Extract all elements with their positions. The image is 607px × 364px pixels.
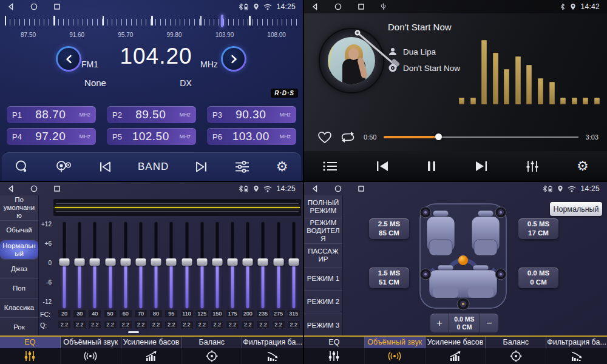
back-icon[interactable] [311, 185, 319, 192]
tab-bass-boost[interactable]: Усиление басов [426, 337, 486, 364]
slider-knob[interactable] [135, 258, 146, 266]
tune-up-button[interactable] [221, 46, 246, 72]
slider-knob[interactable] [273, 258, 283, 266]
slider-knob[interactable] [75, 258, 85, 266]
eq-band-slider[interactable] [149, 218, 163, 309]
slider-track-upper [93, 222, 97, 262]
tab-balance[interactable]: Баланс [486, 337, 546, 364]
settings-gear-icon[interactable]: ⚙ [577, 160, 589, 173]
sidebar-list-item[interactable]: Поп [0, 279, 38, 298]
sidebar-list-item[interactable]: РЕЖИМ 3 [304, 314, 342, 337]
broadcast-icon[interactable] [55, 160, 72, 174]
eq-band-slider[interactable] [287, 218, 300, 309]
tab-balance[interactable]: Баланс [181, 337, 242, 364]
slider-knob[interactable] [166, 258, 177, 266]
slider-knob[interactable] [105, 258, 115, 266]
eq-band-slider[interactable] [195, 218, 209, 309]
back-icon[interactable] [7, 3, 15, 10]
slider-knob[interactable] [288, 258, 299, 266]
sidebar-list-item[interactable]: Обычай [0, 221, 38, 240]
slider-knob[interactable] [181, 258, 192, 266]
eq-band-slider[interactable] [104, 218, 117, 309]
sidebar-list-item[interactable]: Классика [0, 298, 38, 318]
tuner-settings-sliders-icon[interactable] [234, 160, 250, 174]
tab-eq[interactable]: EQ [304, 337, 365, 364]
sidebar-list-item[interactable]: РЕЖИМ 2 [304, 291, 342, 314]
slider-knob[interactable] [258, 258, 268, 266]
radio-preset-button[interactable]: P3 90.30 MHz [207, 106, 296, 123]
slider-track-upper [262, 222, 265, 262]
eq-band-slider[interactable] [164, 218, 178, 309]
playlist-icon[interactable] [322, 160, 338, 172]
next-icon[interactable] [195, 161, 208, 172]
next-track-icon[interactable] [474, 160, 489, 172]
radio-preset-button[interactable]: P4 97.20 MHz [7, 128, 96, 145]
sidebar-list-item[interactable]: Джаз [0, 260, 38, 279]
eq-band-slider[interactable] [58, 218, 71, 309]
eq-band-slider[interactable] [256, 218, 270, 309]
sidebar-list-item[interactable]: РЕЖИМ 1 [304, 268, 342, 291]
eq-band-slider[interactable] [180, 218, 194, 309]
radio-preset-button[interactable]: P6 103.00 MHz [207, 128, 296, 145]
settings-gear-icon[interactable]: ⚙ [276, 160, 288, 174]
tab-surround-sound[interactable]: Объёмный звук [365, 337, 426, 364]
radio-preset-button[interactable]: P5 102.50 MHz [107, 128, 196, 145]
back-icon[interactable] [7, 185, 15, 192]
slider-knob[interactable] [212, 258, 222, 266]
tab-eq[interactable]: EQ [0, 337, 61, 364]
tab-filter[interactable]: Фильтрация ба... [546, 337, 607, 364]
tab-bass-boost[interactable]: Усиление басов [121, 337, 182, 364]
sidebar-list-item[interactable]: Рок [0, 318, 38, 337]
eq-band-slider[interactable] [88, 218, 101, 309]
seek-knob[interactable] [435, 133, 442, 140]
sidebar-list-item[interactable]: РЕЖИМ ВОДИТЕЛЯ [304, 218, 342, 244]
slider-knob[interactable] [197, 258, 207, 266]
q-row-label: Q: [40, 322, 47, 329]
scan-icon[interactable] [15, 160, 29, 174]
sidebar-list-item[interactable]: ПОЛНЫЙ РЕЖИМ [304, 195, 342, 218]
slider-knob[interactable] [228, 258, 238, 266]
slider-track-lower [170, 262, 173, 308]
favorite-heart-icon[interactable] [317, 131, 332, 144]
tab-surround-sound[interactable]: Объёмный звук [61, 337, 121, 364]
home-icon[interactable] [30, 3, 38, 10]
eq-band-slider[interactable] [134, 218, 148, 309]
home-icon[interactable] [334, 185, 342, 192]
increase-delay-button[interactable]: + [430, 314, 449, 332]
sound-preset-button[interactable]: Нормальный [550, 202, 602, 216]
eq-band-slider[interactable] [226, 218, 239, 309]
eq-band-slider[interactable] [73, 218, 86, 309]
current-frequency: 104.20 [110, 44, 202, 69]
previous-track-icon[interactable] [375, 160, 390, 172]
equalizer-sliders-icon[interactable] [525, 160, 540, 173]
sidebar-list-item[interactable]: По умолчанию [0, 195, 38, 221]
seek-bar[interactable] [384, 133, 578, 141]
slider-knob[interactable] [243, 258, 253, 266]
tune-down-button[interactable] [56, 46, 81, 72]
back-icon[interactable] [311, 3, 319, 10]
frequency-scale[interactable]: 87.5091.60 95.7099.80 103.90108.00 [0, 15, 303, 38]
tab-filter[interactable]: Фильтрация ба... [242, 337, 303, 364]
slider-knob[interactable] [59, 258, 70, 266]
radio-preset-button[interactable]: P1 88.70 MHz [7, 106, 96, 123]
recents-icon[interactable] [53, 185, 61, 192]
sidebar-list-item[interactable]: Нормальный [0, 240, 38, 260]
radio-preset-button[interactable]: P2 89.50 MHz [107, 106, 196, 123]
eq-band-slider[interactable] [272, 218, 285, 309]
sidebar-list-item[interactable]: ПАССАЖИР [304, 244, 342, 267]
eq-band-slider[interactable] [211, 218, 224, 309]
previous-icon[interactable] [98, 161, 112, 172]
repeat-icon[interactable] [339, 130, 356, 144]
pause-icon[interactable] [426, 160, 437, 172]
band-button[interactable]: BAND [138, 161, 169, 173]
slider-knob[interactable] [151, 258, 161, 266]
eq-band-slider[interactable] [119, 218, 132, 309]
home-icon[interactable] [334, 3, 342, 10]
recents-icon[interactable] [358, 3, 365, 10]
eq-band-slider[interactable] [241, 218, 254, 309]
recents-icon[interactable] [358, 185, 365, 192]
slider-knob[interactable] [120, 258, 131, 266]
recents-icon[interactable] [53, 3, 61, 10]
decrease-delay-button[interactable]: − [480, 314, 498, 332]
slider-knob[interactable] [90, 258, 100, 266]
